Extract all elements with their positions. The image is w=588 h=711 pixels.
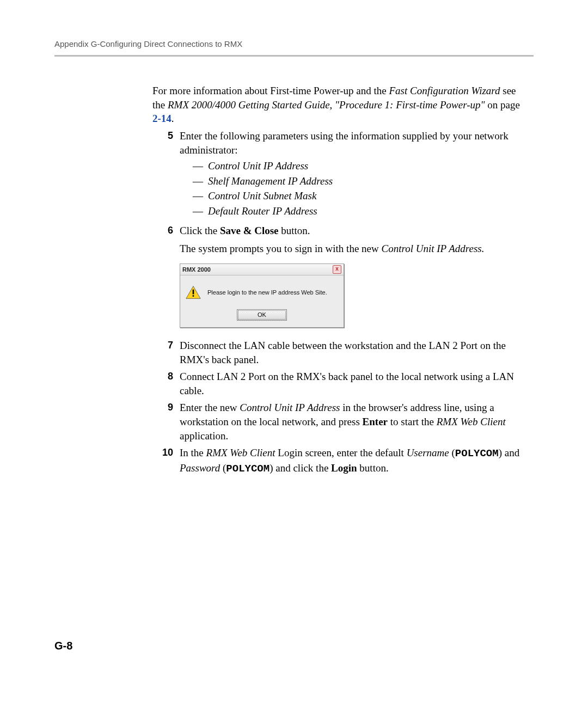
dash: — bbox=[193, 204, 208, 218]
text-italic: Username bbox=[407, 447, 449, 458]
text: to start the bbox=[388, 416, 437, 427]
text: For more information about First-time Po… bbox=[152, 85, 389, 96]
sub-label: Shelf Management IP Address bbox=[208, 174, 333, 188]
text-mono: POLYCOM bbox=[455, 448, 499, 459]
svg-rect-1 bbox=[193, 290, 194, 295]
sub-item: —Shelf Management IP Address bbox=[193, 174, 528, 188]
dialog-titlebar: RMX 2000 x bbox=[180, 264, 344, 275]
step-text: Enter the following parameters using the… bbox=[180, 129, 528, 157]
text: ( bbox=[220, 462, 226, 474]
text: Click the bbox=[180, 225, 220, 236]
sub-item: —Default Router IP Address bbox=[193, 204, 528, 218]
content-block: For more information about First-time Po… bbox=[152, 57, 528, 476]
step-number: 8 bbox=[152, 370, 180, 397]
step-paragraph: The system prompts you to sign in with t… bbox=[180, 242, 528, 256]
text-italic: RMX 2000/4000 Getting Started Guide bbox=[168, 99, 330, 111]
document-page: Appendix G-Configuring Direct Connection… bbox=[0, 0, 588, 685]
text-italic: RMX Web Client bbox=[437, 416, 506, 427]
text: The system prompts you to sign in with t… bbox=[180, 243, 381, 254]
page-ref-link[interactable]: 2-14 bbox=[152, 113, 171, 124]
sublist: —Control Unit IP Address —Shelf Manageme… bbox=[193, 159, 528, 218]
sub-label: Control Unit Subnet Mask bbox=[208, 189, 316, 203]
dialog-message: Please login to the new IP address Web S… bbox=[207, 289, 327, 297]
step-number: 5 bbox=[152, 129, 180, 220]
rmx-login-dialog: RMX 2000 x Please login to the new IP ad… bbox=[180, 263, 344, 328]
step-6: 6 Click the Save & Close button. The sys… bbox=[152, 224, 528, 335]
step-number: 10 bbox=[152, 446, 180, 476]
text-italic: "Procedure 1: First-time Power-up" bbox=[335, 99, 485, 111]
step-text: Disconnect the LAN cable between the wor… bbox=[180, 339, 528, 366]
dialog-button-row: OK bbox=[180, 307, 344, 327]
text-bold: Login bbox=[331, 462, 357, 474]
dialog-body: Please login to the new IP address Web S… bbox=[180, 275, 344, 307]
step-5: 5 Enter the following parameters using t… bbox=[152, 129, 528, 220]
text-italic: RMX Web Client bbox=[206, 447, 275, 458]
step-number: 9 bbox=[152, 401, 180, 443]
step-number: 7 bbox=[152, 339, 180, 366]
text: button. bbox=[357, 462, 389, 474]
text: ) and bbox=[499, 447, 520, 458]
step-body: Click the Save & Close button. The syste… bbox=[180, 224, 528, 335]
dialog-title: RMX 2000 bbox=[182, 266, 333, 274]
sub-item: —Control Unit IP Address bbox=[193, 159, 528, 173]
text: . bbox=[171, 113, 174, 124]
text: application. bbox=[180, 430, 228, 442]
text-bold: Save & Close bbox=[220, 225, 279, 236]
text-italic: Fast Configuration Wizard bbox=[389, 85, 500, 96]
text: Enter the new bbox=[180, 402, 240, 413]
text-italic: Control Unit IP Address bbox=[240, 402, 340, 413]
step-text: Connect LAN 2 Port on the RMX's back pan… bbox=[180, 370, 528, 397]
dash: — bbox=[193, 189, 208, 203]
text-bold: Enter bbox=[363, 416, 388, 427]
step-number: 6 bbox=[152, 224, 180, 335]
step-7: 7 Disconnect the LAN cable between the w… bbox=[152, 339, 528, 366]
text: button. bbox=[279, 225, 310, 236]
step-text: Click the Save & Close button. bbox=[180, 224, 528, 238]
svg-rect-2 bbox=[193, 295, 194, 297]
page-header: Appendix G-Configuring Direct Connection… bbox=[54, 39, 534, 54]
step-8: 8 Connect LAN 2 Port on the RMX's back p… bbox=[152, 370, 528, 397]
text-italic: Control Unit IP Address. bbox=[381, 243, 484, 254]
sub-label: Control Unit IP Address bbox=[208, 159, 308, 173]
dash: — bbox=[193, 159, 208, 173]
text-italic: Password bbox=[180, 462, 220, 474]
text: ) and click the bbox=[270, 462, 331, 474]
sub-item: —Control Unit Subnet Mask bbox=[193, 189, 528, 203]
page-number: G-8 bbox=[54, 640, 534, 652]
text-mono: POLYCOM bbox=[226, 463, 270, 475]
ok-button[interactable]: OK bbox=[237, 309, 287, 321]
warning-icon bbox=[186, 285, 201, 299]
step-9: 9 Enter the new Control Unit IP Address … bbox=[152, 401, 528, 443]
step-10: 10 In the RMX Web Client Login screen, e… bbox=[152, 446, 528, 476]
step-body: Enter the following parameters using the… bbox=[180, 129, 528, 220]
sub-label: Default Router IP Address bbox=[208, 204, 317, 218]
step-body: In the RMX Web Client Login screen, ente… bbox=[180, 446, 528, 476]
intro-paragraph: For more information about First-time Po… bbox=[152, 84, 528, 126]
step-body: Enter the new Control Unit IP Address in… bbox=[180, 401, 528, 443]
text: Login screen, enter the default bbox=[275, 447, 407, 458]
text: ( bbox=[449, 447, 455, 458]
close-icon[interactable]: x bbox=[333, 265, 341, 274]
text: on page bbox=[485, 99, 519, 111]
dash: — bbox=[193, 174, 208, 188]
text: , bbox=[330, 99, 335, 111]
text: In the bbox=[180, 447, 206, 458]
